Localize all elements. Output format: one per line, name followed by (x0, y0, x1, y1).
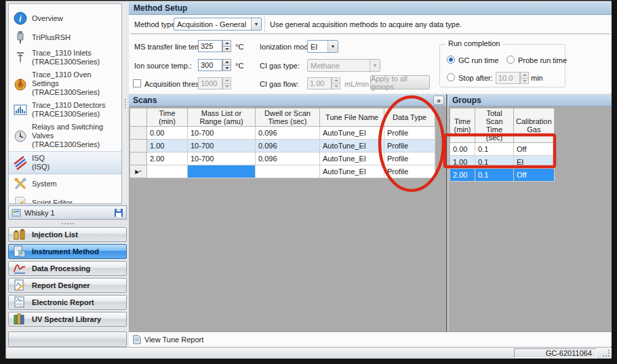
method-type-description: Use general acquisition methods to acqui… (270, 20, 462, 28)
sidebar-splitter[interactable] (123, 3, 127, 204)
chevron-down-icon: ▼ (251, 18, 261, 30)
workspace-nav: Injection List Instrument Method Data Pr… (8, 227, 127, 329)
nav-report-designer[interactable]: Report Designer (8, 278, 127, 293)
report-designer-icon (13, 279, 26, 291)
col-tune[interactable]: Tune File Name (320, 108, 384, 127)
chevron-down-icon: ▼ (327, 41, 338, 52)
view-tune-report-link[interactable]: View Tune Report (144, 336, 203, 344)
sidebar-item-system[interactable]: System (9, 174, 121, 193)
method-name-bar[interactable]: Whisky 1 (8, 205, 127, 220)
sidebar-item-inlets[interactable]: Trace_1310 Inlets(TRACE1300Series) (9, 47, 121, 68)
acquisition-threshold-spinner: 1000 (198, 77, 231, 89)
gc-run-time-label: GC run time (458, 56, 498, 64)
sidebar-item-label: Script Editor (32, 199, 73, 205)
window-body: i Overview TriPlusRSH Trace_1310 Inlets(… (5, 1, 612, 359)
stop-after-radio[interactable] (447, 73, 455, 81)
scans-expand-button[interactable]: » (433, 96, 444, 105)
ci-gas-flow-label: CI gas flow: (260, 80, 298, 88)
spinner-arrows[interactable] (222, 59, 231, 71)
ci-gas-flow-spinner: 1.00 (307, 77, 340, 89)
nav-label: Report Designer (32, 281, 90, 289)
nav-injection-list[interactable]: Injection List (8, 227, 127, 242)
col-total-scan-time[interactable]: Total Scan Time (sec) (475, 108, 514, 143)
detector-icon (13, 102, 28, 117)
groups-row[interactable]: 1.00 0.1 EI (450, 156, 555, 169)
scans-row[interactable]: 2.00 10-700 0.096 AutoTune_EI Profile (130, 153, 435, 165)
document-icon (133, 335, 141, 344)
probe-run-time-radio[interactable] (506, 56, 515, 64)
sidebar-item-label: Overview (32, 14, 63, 23)
run-completion-groupbox: Run completion GC run time Probe run tim… (439, 44, 565, 87)
status-bar: GC-62011064 (7, 347, 612, 359)
sidebar-item-relays-valves[interactable]: Relays and Switching Valves(TRACE1300Ser… (9, 121, 121, 151)
ci-gas-flow-unit: mL/min (344, 80, 369, 88)
groups-row-selected[interactable]: 2.00 0.1 Off (450, 169, 555, 182)
method-setup-title: Method Setup (129, 2, 612, 15)
sidebar-item-label: TriPlusRSH (32, 33, 71, 42)
sidebar-item-label: ISQ(ISQ) (32, 154, 49, 171)
method-setup-settings: Method type: Acquisition - General▼ Use … (129, 15, 612, 94)
autosampler-icon (13, 30, 28, 45)
nav-label: Injection List (32, 230, 78, 239)
col-time[interactable]: Time (min) (450, 108, 475, 143)
groups-row[interactable]: 0.00 0.1 Off (450, 143, 555, 156)
sidebar-item-label: System (32, 180, 57, 188)
ionization-mode-label: Ionization mode: (260, 43, 315, 51)
method-type-dropdown[interactable]: Acquisition - General▼ (174, 18, 262, 31)
resize-grip[interactable] (602, 349, 610, 357)
divider (130, 34, 610, 35)
chevron-down-icon: ▼ (370, 60, 380, 71)
acquisition-threshold-checkbox[interactable] (133, 79, 141, 87)
divider (264, 16, 265, 32)
method-name-label: Whisky 1 (24, 209, 111, 217)
sidebar-item-detectors[interactable]: Trace_1310 Detectors(TRACE1300Series) (9, 99, 121, 121)
col-dwell[interactable]: Dwell or Scan Times (sec) (256, 108, 320, 127)
sidebar-item-oven-settings[interactable]: Trace_1310 Oven Settings(TRACE1300Series… (9, 68, 121, 99)
system-icon (13, 176, 28, 191)
stop-after-spinner: 10.0 (496, 72, 529, 84)
spinner-arrows[interactable] (222, 40, 231, 52)
sidebar-item-triplusrsh[interactable]: TriPlusRSH (9, 28, 121, 47)
application-window: i Overview TriPlusRSH Trace_1310 Inlets(… (0, 0, 617, 364)
gc-run-time-radio[interactable] (447, 56, 455, 64)
scans-table: Time (min) Mass List or Range (amu) Dwel… (130, 108, 435, 178)
apply-to-all-groups-button[interactable]: Apply to all groups (370, 75, 430, 89)
nav-label: Electronic Report (32, 298, 94, 306)
sidebar-horizontal-splitter[interactable] (8, 221, 127, 226)
new-row-indicator[interactable]: ▶* (130, 165, 147, 178)
sidebar-item-label: Trace_1310 Oven Settings(TRACE1300Series… (32, 70, 119, 97)
script-icon (13, 195, 28, 204)
panel-divider[interactable] (446, 94, 448, 331)
groups-table: Time (min) Total Scan Time (sec) Calibra… (450, 108, 555, 182)
scans-row[interactable]: 0.00 10-700 0.096 AutoTune_EI Profile (130, 127, 435, 140)
ionization-mode-dropdown[interactable]: EI▼ (307, 40, 338, 53)
nav-electronic-report[interactable]: Electronic Report (8, 295, 127, 310)
nav-instrument-method[interactable]: Instrument Method (8, 244, 127, 259)
view-tune-report-bar: View Tune Report (129, 331, 612, 346)
col-calibration-gas[interactable]: Calibration Gas (514, 108, 555, 143)
nav-label: UV Spectral Library (32, 315, 101, 323)
sidebar-item-overview[interactable]: i Overview (9, 9, 121, 28)
ion-source-temp-spinner[interactable]: 300 (198, 59, 231, 71)
ms-transfer-temp-spinner[interactable]: 325 (198, 40, 231, 52)
sidebar-item-label: Trace_1310 Inlets(TRACE1300Series) (32, 49, 100, 66)
sidebar-item-label: Trace_1310 Detectors(TRACE1300Series) (32, 101, 105, 119)
col-datatype[interactable]: Data Type (384, 108, 435, 127)
col-mass[interactable]: Mass List or Range (amu) (188, 108, 256, 127)
selected-cell[interactable] (188, 165, 256, 178)
groups-header-row: Time (min) Total Scan Time (sec) Calibra… (450, 108, 555, 143)
scans-header-row: Time (min) Mass List or Range (amu) Dwel… (130, 108, 435, 127)
scans-row[interactable]: 1.00 10-700 0.096 AutoTune_EI Profile (130, 140, 435, 153)
sidebar-item-isq[interactable]: ISQ(ISQ) (9, 151, 121, 174)
scans-new-row[interactable]: ▶* AutoTune_EI Profile (130, 165, 435, 178)
spinner-arrows (520, 72, 529, 84)
nav-label: Data Processing (32, 264, 90, 272)
instrument-module-list: i Overview TriPlusRSH Trace_1310 Inlets(… (8, 3, 122, 204)
col-time[interactable]: Time (min) (147, 108, 188, 127)
sidebar-item-script-editor[interactable]: Script Editor (9, 193, 121, 204)
save-icon[interactable] (114, 208, 123, 218)
uv-library-icon (13, 313, 26, 325)
spinner-arrows (222, 77, 231, 89)
nav-data-processing[interactable]: Data Processing (8, 261, 127, 276)
nav-uv-spectral-library[interactable]: UV Spectral Library (8, 312, 127, 327)
